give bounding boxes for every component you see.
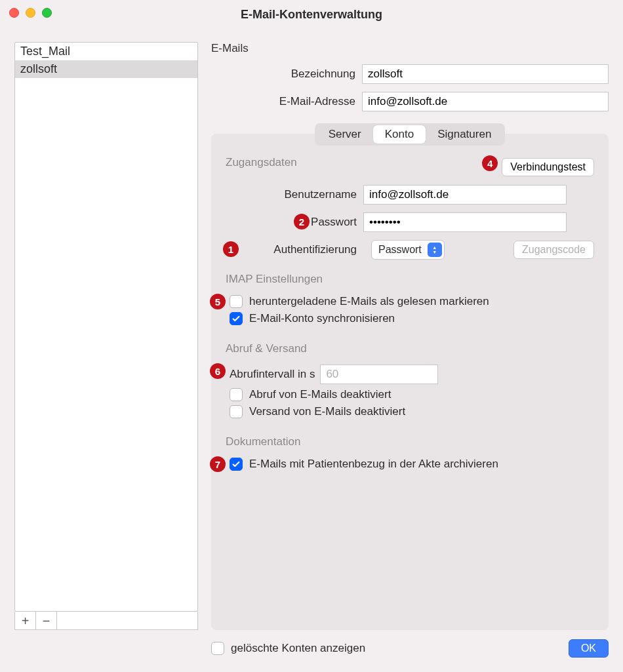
bezeichnung-input[interactable] bbox=[362, 64, 609, 84]
list-toolbar-spacer bbox=[57, 612, 197, 629]
tab-server[interactable]: Server bbox=[317, 125, 373, 144]
mark-read-label: heruntergeladene E-Mails als gelesen mar… bbox=[249, 295, 489, 308]
window-title: E-Mail-Kontenverwaltung bbox=[241, 8, 382, 22]
annotation-badge-2: 2 bbox=[294, 214, 310, 229]
tab-konto[interactable]: Konto bbox=[373, 125, 426, 144]
interval-input[interactable] bbox=[320, 365, 438, 384]
show-deleted-label: gelöschte Konten anzeigen bbox=[231, 642, 365, 655]
ok-button[interactable]: OK bbox=[569, 639, 609, 658]
email-input[interactable] bbox=[362, 92, 609, 111]
send-disabled-checkbox[interactable] bbox=[230, 405, 243, 418]
fetch-disabled-label: Abruf von E-Mails deaktiviert bbox=[249, 388, 391, 401]
heading-zugangsdaten: Zugangsdaten bbox=[226, 156, 297, 169]
fetch-disabled-checkbox[interactable] bbox=[230, 388, 243, 401]
sync-label: E-Mail-Konto synchronisieren bbox=[249, 312, 395, 325]
bottom-bar: gelöschte Konten anzeigen OK bbox=[14, 635, 609, 662]
account-list-panel: Test_Mail zollsoft + − bbox=[14, 42, 198, 630]
list-toolbar: + − bbox=[14, 612, 198, 630]
send-disabled-label: Versand von E-Mails deaktiviert bbox=[249, 405, 405, 418]
heading-doku: Dokumentation bbox=[226, 435, 594, 448]
close-window-icon[interactable] bbox=[9, 8, 19, 18]
list-item[interactable]: zollsoft bbox=[15, 60, 197, 78]
benutzername-label: Benutzername bbox=[226, 188, 363, 201]
list-item[interactable]: Test_Mail bbox=[15, 43, 197, 60]
zugangscode-button[interactable]: Zugangscode bbox=[513, 241, 594, 259]
sync-checkbox[interactable] bbox=[230, 312, 243, 325]
annotation-badge-4: 4 bbox=[482, 155, 498, 171]
account-list[interactable]: Test_Mail zollsoft bbox=[14, 42, 198, 612]
tab-signaturen[interactable]: Signaturen bbox=[426, 125, 503, 144]
archive-checkbox[interactable] bbox=[230, 458, 243, 471]
archive-label: E-Mails mit Patientenbezug in der Akte a… bbox=[249, 458, 498, 471]
passwort-input[interactable] bbox=[363, 212, 567, 232]
show-deleted-checkbox[interactable] bbox=[211, 642, 224, 655]
auth-label: Authentifizierung bbox=[226, 243, 363, 256]
bezeichnung-label: Bezeichnung bbox=[211, 68, 362, 81]
verbindungstest-button[interactable]: Verbindungstest bbox=[502, 158, 594, 176]
benutzername-input[interactable] bbox=[363, 185, 567, 205]
email-label: E-Mail-Adresse bbox=[211, 95, 362, 108]
add-account-button[interactable]: + bbox=[15, 612, 36, 629]
annotation-badge-1: 1 bbox=[223, 241, 239, 257]
titlebar: E-Mail-Kontenverwaltung bbox=[0, 0, 623, 29]
details-panel: E-Mails Bezeichnung E-Mail-Adresse Serve… bbox=[211, 42, 609, 630]
remove-account-button[interactable]: − bbox=[36, 612, 57, 629]
annotation-badge-6: 6 bbox=[210, 363, 226, 379]
chevron-updown-icon: ▲▼ bbox=[428, 243, 442, 257]
auth-select-value: Passwort bbox=[378, 244, 422, 256]
annotation-badge-7: 7 bbox=[210, 456, 226, 472]
window-controls bbox=[9, 8, 52, 18]
konto-panel: Zugangsdaten 4 Verbindungstest Benutzern… bbox=[211, 134, 609, 630]
mark-read-checkbox[interactable] bbox=[230, 295, 243, 308]
annotation-badge-5: 5 bbox=[210, 294, 226, 309]
section-label-emails: E-Mails bbox=[211, 42, 609, 55]
zoom-window-icon[interactable] bbox=[42, 8, 52, 18]
settings-tabs: Server Konto Signaturen bbox=[315, 123, 506, 146]
heading-imap: IMAP Einstellungen bbox=[226, 273, 594, 286]
auth-select[interactable]: Passwort ▲▼ bbox=[371, 240, 445, 260]
minimize-window-icon[interactable] bbox=[26, 8, 35, 18]
heading-abruf: Abruf & Versand bbox=[226, 342, 594, 355]
interval-label: Abrufintervall in s bbox=[230, 368, 315, 381]
